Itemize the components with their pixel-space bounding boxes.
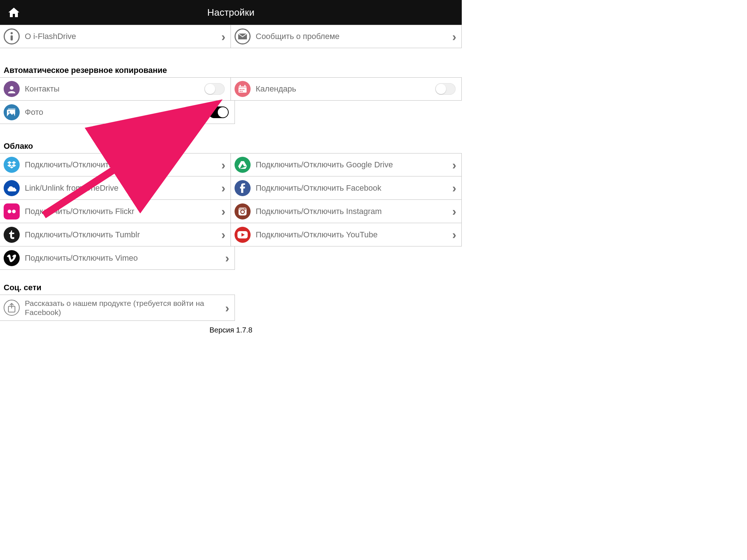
report-label: Сообщить о проблеме <box>256 32 452 41</box>
section-cloud-title: Облако <box>0 139 462 153</box>
chevron-right-icon: › <box>452 181 458 195</box>
dropbox-label: Подключить/Отключить Dropbox <box>25 160 221 170</box>
flickr-label: Подключить/Отключить Flickr <box>25 207 221 216</box>
section-backup-title: Автоматическое резервное копирование <box>0 63 462 77</box>
vimeo-row[interactable]: Подключить/Отключить Vimeo › <box>0 246 235 270</box>
facebook-label: Подключить/Отключить Facebook <box>256 183 452 193</box>
report-row[interactable]: Сообщить о проблеме › <box>231 25 462 48</box>
contacts-icon <box>4 81 20 97</box>
svg-rect-12 <box>241 91 243 92</box>
youtube-icon <box>235 227 251 243</box>
instagram-row[interactable]: Подключить/Отключить Instagram › <box>231 200 462 223</box>
flickr-icon <box>4 203 20 219</box>
youtube-label: Подключить/Отключить YouTube <box>256 230 452 240</box>
contacts-row: Контакты <box>0 77 231 101</box>
svg-rect-9 <box>241 89 243 90</box>
home-icon <box>8 7 20 18</box>
onedrive-row[interactable]: Link/Unlink from OneDrive › <box>0 176 231 200</box>
photo-row: Фото <box>0 101 235 124</box>
photo-toggle[interactable] <box>208 106 229 118</box>
svg-point-3 <box>10 86 13 90</box>
tumblr-icon <box>4 227 20 243</box>
contacts-label: Контакты <box>25 84 204 94</box>
youtube-row[interactable]: Подключить/Отключить YouTube › <box>231 223 462 246</box>
chevron-right-icon: › <box>452 30 458 44</box>
facebook-row[interactable]: Подключить/Отключить Facebook › <box>231 176 462 200</box>
photo-icon <box>4 104 20 120</box>
onedrive-icon <box>4 180 20 196</box>
svg-point-0 <box>11 32 13 34</box>
chevron-right-icon: › <box>221 30 227 44</box>
calendar-toggle[interactable] <box>435 83 456 95</box>
gdrive-icon <box>235 157 251 173</box>
chevron-right-icon: › <box>221 158 227 172</box>
svg-point-15 <box>8 111 10 113</box>
info-icon <box>4 28 20 44</box>
header-bar: Настройки <box>0 0 462 25</box>
instagram-icon <box>235 203 251 219</box>
chevron-right-icon: › <box>452 204 458 218</box>
home-button[interactable] <box>7 5 21 20</box>
version-label: Версия 1.7.8 <box>0 321 462 339</box>
page-title: Настройки <box>0 7 462 18</box>
contacts-toggle[interactable] <box>204 83 225 95</box>
dropbox-icon <box>4 157 20 173</box>
tumblr-row[interactable]: Подключить/Отключить Tumblr › <box>0 223 231 246</box>
gdrive-row[interactable]: Подключить/Отключить Google Drive › <box>231 153 462 176</box>
svg-rect-8 <box>240 89 241 90</box>
svg-rect-7 <box>244 85 245 87</box>
calendar-row: Календарь <box>231 77 462 101</box>
svg-point-21 <box>244 208 245 209</box>
gdrive-label: Подключить/Отключить Google Drive <box>256 160 452 170</box>
share-label: Рассказать о нашем продукте (требуется в… <box>25 299 225 317</box>
about-label: О i-FlashDrive <box>25 32 221 41</box>
share-icon <box>4 300 20 316</box>
chevron-right-icon: › <box>225 251 231 265</box>
svg-rect-11 <box>240 91 241 92</box>
chevron-right-icon: › <box>225 301 231 315</box>
tumblr-label: Подключить/Отключить Tumblr <box>25 230 221 240</box>
calendar-icon <box>235 81 251 97</box>
photo-label: Фото <box>25 108 208 117</box>
svg-point-17 <box>12 210 16 213</box>
chevron-right-icon: › <box>221 228 227 242</box>
share-row[interactable]: Рассказать о нашем продукте (требуется в… <box>0 295 235 321</box>
section-social-title: Соц. сети <box>0 280 462 295</box>
chevron-right-icon: › <box>221 181 227 195</box>
svg-point-16 <box>8 210 11 213</box>
svg-rect-10 <box>243 89 244 90</box>
chevron-right-icon: › <box>452 158 458 172</box>
onedrive-label: Link/Unlink from OneDrive <box>25 183 221 193</box>
chevron-right-icon: › <box>221 204 227 218</box>
svg-rect-6 <box>240 85 241 87</box>
flickr-row[interactable]: Подключить/Отключить Flickr › <box>0 200 231 223</box>
mail-icon <box>235 28 251 44</box>
about-row[interactable]: О i-FlashDrive › <box>0 25 231 48</box>
vimeo-icon <box>4 250 20 266</box>
chevron-right-icon: › <box>452 228 458 242</box>
vimeo-label: Подключить/Отключить Vimeo <box>25 253 225 263</box>
calendar-label: Календарь <box>256 84 435 94</box>
instagram-label: Подключить/Отключить Instagram <box>256 207 452 216</box>
dropbox-row[interactable]: Подключить/Отключить Dropbox › <box>0 153 231 176</box>
svg-rect-1 <box>11 35 13 40</box>
facebook-icon <box>235 180 251 196</box>
